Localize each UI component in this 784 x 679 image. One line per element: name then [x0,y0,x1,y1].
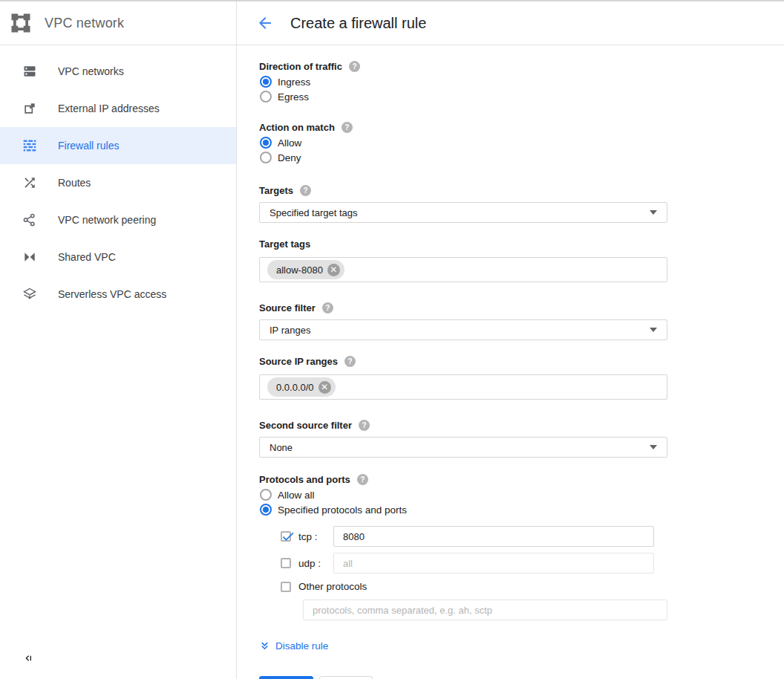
radio-selected-icon [260,137,272,149]
other-protocols-input[interactable] [303,600,667,620]
disable-rule-link[interactable]: Disable rule [259,640,328,652]
sidebar-title: VPC network [45,16,124,31]
protocols-and-ports-section: Protocols and ports ? Allow all Specifie… [259,474,784,620]
second-source-filter-select[interactable]: None [259,437,667,458]
source-ip-chip: 0.0.0.0/0 ✕ [267,377,336,397]
targets-label: Targets [259,185,293,196]
sidebar-item-shared-vpc[interactable]: Shared VPC [0,238,236,276]
help-icon[interactable]: ? [359,420,370,431]
firewall-rule-form: Direction of traffic ? Ingress Egress Ac… [237,45,784,679]
sidebar-item-serverless-vpc-access[interactable]: Serverless VPC access [0,276,236,313]
create-button[interactable]: Create [259,676,313,679]
other-protocols-label: Other protocols [298,581,367,592]
direction-of-traffic-section: Direction of traffic ? Ingress Egress [259,61,784,104]
sidebar: VPC network VPC networks External [0,1,237,679]
page-header: Create a firewall rule [237,1,784,45]
sidebar-item-routes[interactable]: Routes [0,164,236,201]
tcp-row: tcp : [259,526,784,547]
targets-select[interactable]: Specified target tags [259,202,667,223]
target-tags-input[interactable]: allow-8080 ✕ [259,257,667,282]
remove-chip-icon[interactable]: ✕ [327,264,340,276]
sidebar-nav: VPC networks External IP addresses [0,45,236,652]
targets-section: Targets ? Specified target tags [259,185,784,223]
second-source-filter-section: Second source filter ? None [259,420,784,458]
external-ip-icon [22,101,37,116]
sidebar-item-label: Firewall rules [58,140,119,152]
radio-allow[interactable]: Allow [259,135,784,150]
remove-chip-icon[interactable]: ✕ [318,381,331,394]
sidebar-item-label: Serverless VPC access [58,288,166,300]
target-tags-label: Target tags [259,238,310,250]
sidebar-item-vpc-networks[interactable]: VPC networks [0,53,236,90]
sidebar-header: VPC network [0,1,236,45]
sidebar-item-label: Routes [58,177,91,189]
collapse-sidebar-button[interactable] [0,652,40,679]
arrow-back-icon [256,14,274,32]
sidebar-item-label: VPC network peering [58,214,156,226]
help-icon[interactable]: ? [300,185,311,196]
collapse-sidebar-icon [22,654,34,666]
tcp-checkbox[interactable] [281,531,291,542]
direction-of-traffic-label: Direction of traffic [259,61,342,72]
second-source-filter-label: Second source filter [259,420,352,431]
sidebar-item-label: Shared VPC [58,251,116,263]
other-protocols-row: Other protocols [259,581,784,592]
target-tag-chip: allow-8080 ✕ [267,260,344,279]
radio-unselected-icon [260,489,272,501]
routes-icon [22,175,37,190]
radio-specified-protocols[interactable]: Specified protocols and ports [259,502,784,517]
help-icon[interactable]: ? [322,302,333,313]
tcp-ports-input[interactable] [333,526,654,547]
radio-selected-icon [260,504,272,516]
cancel-button[interactable]: Cancel [319,676,373,679]
form-actions: Create Cancel [259,676,784,679]
udp-row: udp : [259,553,784,574]
action-on-match-label: Action on match [259,122,335,133]
help-icon[interactable]: ? [342,122,353,133]
sidebar-item-vpc-network-peering[interactable]: VPC network peering [0,201,236,238]
source-filter-section: Source filter ? IP ranges [259,302,784,340]
radio-allow-all[interactable]: Allow all [259,487,784,502]
sidebar-item-firewall-rules[interactable]: Firewall rules [0,127,236,164]
source-filter-select[interactable]: IP ranges [259,319,667,340]
udp-label: udp : [298,558,333,569]
sidebar-item-label: External IP addresses [58,103,160,114]
radio-deny[interactable]: Deny [259,150,784,165]
source-ip-ranges-input[interactable]: 0.0.0.0/0 ✕ [259,374,667,400]
vpc-network-logo-icon [10,12,32,34]
radio-unselected-icon [260,152,272,163]
protocols-and-ports-label: Protocols and ports [259,474,350,485]
sidebar-item-label: VPC networks [58,65,124,77]
radio-ingress[interactable]: Ingress [259,74,784,89]
chevron-down-icon [650,210,657,215]
vpc-firewall-page: VPC network VPC networks External [0,0,784,679]
main-panel: Create a firewall rule Direction of traf… [237,1,784,679]
serverless-vpc-icon [22,287,37,302]
page-title: Create a firewall rule [290,15,426,32]
radio-egress[interactable]: Egress [259,89,784,104]
double-chevron-down-icon [259,640,270,652]
help-icon[interactable]: ? [344,356,356,367]
source-filter-label: Source filter [259,302,316,313]
checkmark-icon [281,529,295,544]
vpc-peering-icon [22,212,37,227]
sidebar-item-external-ip-addresses[interactable]: External IP addresses [0,90,236,127]
source-ip-ranges-section: Source IP ranges ? 0.0.0.0/0 ✕ [259,356,784,400]
tcp-label: tcp : [298,531,333,542]
help-icon[interactable]: ? [357,474,368,485]
firewall-rules-icon [22,138,37,153]
vpc-networks-icon [22,64,37,79]
shared-vpc-icon [22,250,37,264]
udp-checkbox[interactable] [281,558,291,568]
other-protocols-checkbox[interactable] [281,582,291,592]
radio-unselected-icon [260,91,272,103]
help-icon[interactable]: ? [349,61,360,72]
udp-ports-input[interactable] [333,553,654,574]
chevron-down-icon [650,328,657,332]
target-tags-section: Target tags allow-8080 ✕ [259,238,784,282]
source-ip-ranges-label: Source IP ranges [259,356,338,367]
back-button[interactable] [256,14,274,32]
radio-selected-icon [260,76,272,88]
chevron-down-icon [650,445,657,449]
action-on-match-section: Action on match ? Allow Deny [259,122,784,165]
